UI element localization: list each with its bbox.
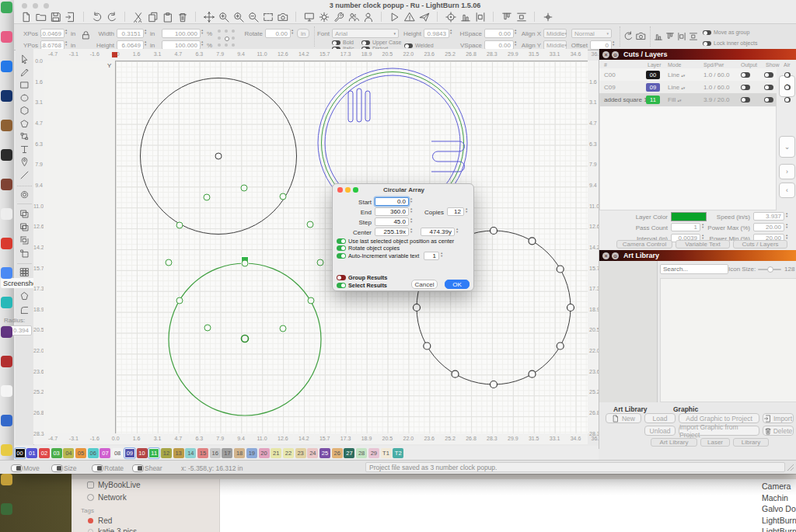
bold-toggle[interactable] xyxy=(332,40,340,45)
dock-icon[interactable] xyxy=(1,267,12,279)
art-library-search-input[interactable] xyxy=(660,264,728,274)
art-library-header[interactable]: × ⊙ Art Library xyxy=(599,250,796,261)
dialog-toggle[interactable] xyxy=(337,245,346,251)
ellipse-icon[interactable] xyxy=(19,93,30,103)
dock-icon[interactable] xyxy=(1,415,12,426)
align-a-icon[interactable] xyxy=(458,11,473,23)
spinner[interactable]: ▴▾ xyxy=(65,40,67,46)
lock-icon[interactable] xyxy=(81,30,91,40)
panel-expand-button[interactable]: › xyxy=(779,164,795,179)
frame-icon[interactable] xyxy=(260,11,275,23)
dock-icon[interactable] xyxy=(1,61,12,72)
anchor-dot[interactable] xyxy=(232,37,235,40)
bool-d-icon[interactable] xyxy=(19,249,30,259)
zoom-in-icon[interactable] xyxy=(231,11,246,23)
status-shear-toggle[interactable] xyxy=(132,464,144,472)
camera-icon[interactable] xyxy=(275,11,290,23)
move-icon[interactable] xyxy=(201,11,216,23)
palette-chip-24[interactable]: 24 xyxy=(307,448,318,458)
pentagon-icon[interactable] xyxy=(19,291,30,301)
font-dropdown[interactable]: Arial▾ xyxy=(332,29,399,38)
circular-array-dialog[interactable]: Circular Array Cancel OK Start0.0▴▾End36… xyxy=(332,183,474,291)
dialog-toggle[interactable] xyxy=(337,275,346,280)
show-toggle[interactable] xyxy=(764,72,773,78)
speed-input[interactable]: 3.937 xyxy=(753,212,784,221)
dialog-copies-input[interactable]: 12 xyxy=(447,207,464,216)
gear-icon[interactable] xyxy=(316,11,331,23)
tab-library[interactable]: Library xyxy=(733,438,769,447)
spinner[interactable]: ▴▾ xyxy=(410,217,412,223)
dialog-toggle[interactable] xyxy=(337,238,346,244)
output-toggle[interactable] xyxy=(741,97,750,103)
dock-icon[interactable] xyxy=(1,356,12,367)
send-icon[interactable] xyxy=(417,11,431,23)
layer-color-swatch[interactable] xyxy=(671,212,707,221)
dialog-end-input[interactable]: 360.0 xyxy=(375,207,409,216)
canvas-drawing[interactable] xyxy=(33,50,599,444)
text-icon[interactable] xyxy=(19,144,30,155)
layer-mode-dropdown[interactable]: Line ▴▾ xyxy=(668,84,685,91)
palette-chip-T1[interactable]: T1 xyxy=(381,448,392,458)
art-library-content[interactable] xyxy=(660,278,796,402)
dock-icon[interactable] xyxy=(1,179,12,190)
dock-icon[interactable] xyxy=(1,31,12,43)
palette-chip-00[interactable]: 00 xyxy=(15,448,26,458)
layer-color-chip[interactable]: 11 xyxy=(646,96,660,104)
paste-icon[interactable] xyxy=(160,11,175,23)
palette-chip-10[interactable]: 10 xyxy=(137,448,148,458)
palette-chip-26[interactable]: 26 xyxy=(332,448,343,458)
panel-close-icon[interactable]: × xyxy=(602,51,609,58)
palette-chip-18[interactable]: 18 xyxy=(234,448,245,458)
cut-icon[interactable] xyxy=(131,11,145,23)
art-new-button[interactable]: New xyxy=(606,413,641,423)
corner-icon[interactable] xyxy=(19,305,30,315)
align-b-icon[interactable] xyxy=(665,32,675,41)
art-library-folder-pane[interactable] xyxy=(599,261,658,402)
cuts-layers-header[interactable]: × ⊙ Cuts / Layers xyxy=(599,49,796,60)
hspace-input[interactable]: 0.00 xyxy=(484,29,514,38)
anchor-dot[interactable] xyxy=(225,43,228,47)
finder-item-mybooklive[interactable]: MyBookLive xyxy=(98,481,140,489)
art-delete-button[interactable]: Delete xyxy=(763,426,794,436)
palette-chip-28[interactable]: 28 xyxy=(356,448,367,458)
spinner[interactable]: ▴▾ xyxy=(145,29,146,34)
dock-icon[interactable] xyxy=(1,297,12,308)
layer-row[interactable]: added square 111Fill ▴▾3.9 / 20.0 xyxy=(599,93,777,106)
circle-object-top-left[interactable] xyxy=(141,78,297,235)
layer-color-chip[interactable]: 09 xyxy=(646,83,660,92)
run-icon[interactable] xyxy=(387,11,402,23)
art-import-from-button[interactable]: Import Graphic from Project xyxy=(679,426,759,436)
output-toggle[interactable] xyxy=(741,72,750,78)
anchor-dot[interactable] xyxy=(232,30,235,33)
art-import-button[interactable]: Import xyxy=(763,413,794,423)
polygon-icon[interactable] xyxy=(19,106,30,116)
spinner[interactable]: ▴▾ xyxy=(201,40,203,46)
dock-icon[interactable] xyxy=(1,444,12,456)
layer-down-button[interactable]: ⌄ xyxy=(779,136,795,158)
dock-icon[interactable] xyxy=(1,208,12,220)
dock-icon[interactable] xyxy=(1,385,12,397)
dialog-step-input[interactable]: 45.0 xyxy=(375,217,409,226)
palette-chip-03[interactable]: 03 xyxy=(51,448,62,458)
icon-size-slider[interactable] xyxy=(758,269,781,270)
palette-chip-27[interactable]: 27 xyxy=(344,448,354,458)
rotate-input[interactable]: 0.00 xyxy=(265,29,291,38)
rect-icon[interactable] xyxy=(19,80,30,90)
palette-chip-25[interactable]: 25 xyxy=(319,448,330,458)
users-icon[interactable] xyxy=(346,11,361,23)
save-icon[interactable] xyxy=(48,11,63,23)
anchor-dot[interactable] xyxy=(218,43,221,47)
panel-gear-icon[interactable]: ⊙ xyxy=(612,51,619,58)
bool-a-icon[interactable] xyxy=(19,209,30,219)
align-b-icon[interactable] xyxy=(499,11,514,23)
lock-inner-objects-toggle[interactable] xyxy=(703,41,711,46)
palette-chip-11[interactable]: 11 xyxy=(148,448,159,458)
anchor-dot[interactable] xyxy=(218,37,221,40)
dist-a-icon[interactable] xyxy=(677,32,686,41)
slider-knob[interactable] xyxy=(767,266,773,273)
layer-row[interactable]: C0000Line ▴▾1.0 / 60.0 xyxy=(599,68,777,81)
spinner[interactable]: ▴▾ xyxy=(450,29,452,34)
spinner[interactable]: ▴▾ xyxy=(410,207,412,213)
layer-list-area[interactable] xyxy=(599,106,777,210)
status-size-toggle[interactable] xyxy=(51,464,63,472)
